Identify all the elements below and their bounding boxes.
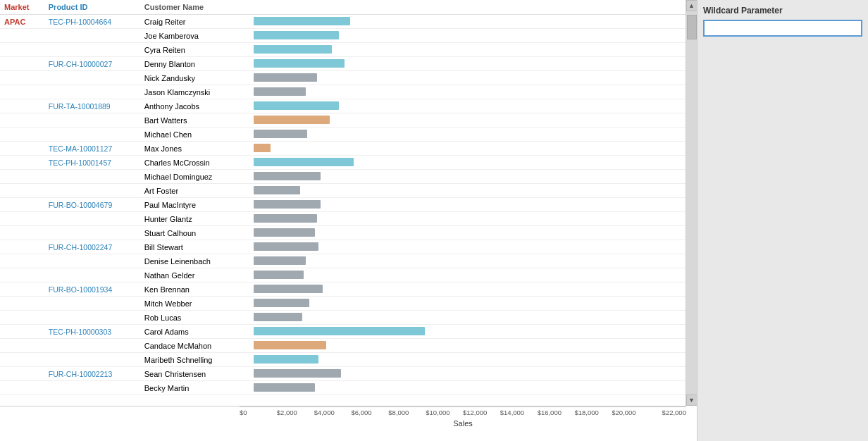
cell-customer: Denise Leinenbach xyxy=(140,254,251,268)
cell-product-id xyxy=(44,43,140,57)
table-row: Rob Lucas xyxy=(0,311,686,325)
axis-label: Sales xyxy=(240,419,686,428)
bar xyxy=(254,369,341,378)
cell-market xyxy=(0,212,44,226)
cell-bar xyxy=(251,226,686,240)
axis-container: $0$2,000$4,000$6,000$8,000$10,000$12,000… xyxy=(0,406,686,441)
cell-product-id: TEC-MA-10001127 xyxy=(44,142,140,156)
bar xyxy=(254,158,354,166)
cell-market xyxy=(0,297,44,311)
scroll-down-button[interactable]: ▼ xyxy=(686,395,698,406)
wildcard-title: Wildcard Parameter xyxy=(703,6,862,15)
cell-bar xyxy=(251,297,686,311)
cell-market xyxy=(0,113,44,128)
cell-market xyxy=(0,311,44,325)
cell-market xyxy=(0,170,44,184)
wildcard-input[interactable] xyxy=(703,20,862,37)
cell-product-id xyxy=(44,353,140,367)
cell-customer: Max Jones xyxy=(140,142,251,156)
cell-bar xyxy=(251,381,686,395)
cell-bar xyxy=(251,311,686,325)
bar xyxy=(254,383,315,392)
cell-market xyxy=(0,99,44,113)
cell-product-id: FUR-BO-10004679 xyxy=(44,198,140,212)
bar xyxy=(254,116,330,124)
axis-tick: $0 xyxy=(240,409,277,416)
cell-market xyxy=(0,226,44,240)
table-row: FUR-CH-10000027Denny Blanton xyxy=(0,57,686,71)
cell-customer: Joe Kamberova xyxy=(140,29,251,43)
bar xyxy=(254,45,332,54)
cell-market xyxy=(0,71,44,85)
table-row: Stuart Calhoun xyxy=(0,226,686,240)
bar xyxy=(254,31,339,39)
cell-product-id: FUR-CH-10002213 xyxy=(44,367,140,381)
cell-product-id xyxy=(44,113,140,128)
cell-bar xyxy=(251,184,686,198)
axis-tick: $2,000 xyxy=(277,409,314,416)
axis-tick: $22,000 xyxy=(649,409,686,416)
cell-product-id xyxy=(44,128,140,142)
cell-market xyxy=(0,184,44,198)
cell-customer: Bart Watters xyxy=(140,113,251,128)
bar xyxy=(254,285,323,293)
table-row: APACTEC-PH-10004664Craig Reiter xyxy=(0,15,686,29)
table-row: TEC-PH-10000303Carol Adams xyxy=(0,325,686,339)
cell-market xyxy=(0,353,44,367)
table-row: FUR-TA-10001889Anthony Jacobs xyxy=(0,99,686,113)
table-row: FUR-BO-10001934Ken Brennan xyxy=(0,282,686,297)
cell-customer: Candace McMahon xyxy=(140,339,251,353)
cell-bar xyxy=(251,240,686,254)
col-header-product: Product ID xyxy=(44,0,140,15)
axis-tick: $18,000 xyxy=(574,409,612,416)
cell-customer: Stuart Calhoun xyxy=(140,226,251,240)
cell-product-id: FUR-TA-10001889 xyxy=(44,99,140,113)
cell-bar xyxy=(251,282,686,297)
table-row: Joe Kamberova xyxy=(0,29,686,43)
table-row: FUR-CH-10002247Bill Stewart xyxy=(0,240,686,254)
bar xyxy=(254,242,318,251)
bar xyxy=(254,101,339,110)
cell-product-id: TEC-PH-10001457 xyxy=(44,156,140,170)
bar xyxy=(254,256,306,265)
bar xyxy=(254,17,350,25)
cell-product-id: TEC-PH-10004664 xyxy=(44,15,140,29)
cell-market xyxy=(0,198,44,212)
bar xyxy=(254,172,321,180)
cell-bar xyxy=(251,325,686,339)
cell-customer: Art Foster xyxy=(140,184,251,198)
cell-bar xyxy=(251,212,686,226)
cell-market xyxy=(0,43,44,57)
scroll-up-button[interactable]: ▲ xyxy=(686,0,698,11)
table-row: Jason Klamczynski xyxy=(0,85,686,99)
bar xyxy=(254,299,309,307)
table-row: Cyra Reiten xyxy=(0,43,686,57)
bar xyxy=(254,130,307,138)
cell-market xyxy=(0,29,44,43)
cell-customer: Becky Martin xyxy=(140,381,251,395)
cell-bar xyxy=(251,57,686,71)
cell-bar xyxy=(251,99,686,113)
table-row: Hunter Glantz xyxy=(0,212,686,226)
bar xyxy=(254,200,321,209)
cell-customer: Ken Brennan xyxy=(140,282,251,297)
cell-bar xyxy=(251,15,686,29)
table-row: Art Foster xyxy=(0,184,686,198)
cell-product-id xyxy=(44,170,140,184)
cell-bar xyxy=(251,128,686,142)
cell-product-id xyxy=(44,381,140,395)
cell-product-id xyxy=(44,339,140,353)
cell-product-id xyxy=(44,297,140,311)
cell-customer: Sean Christensen xyxy=(140,367,251,381)
table-row: Mitch Webber xyxy=(0,297,686,311)
bar xyxy=(254,327,425,335)
scroll-thumb[interactable] xyxy=(687,15,697,39)
cell-market xyxy=(0,156,44,170)
cell-product-id: FUR-BO-10001934 xyxy=(44,282,140,297)
cell-product-id xyxy=(44,85,140,99)
cell-product-id xyxy=(44,311,140,325)
cell-customer: Rob Lucas xyxy=(140,311,251,325)
axis-tick: $14,000 xyxy=(500,409,538,416)
axis-tick: $8,000 xyxy=(388,409,426,416)
cell-product-id: TEC-PH-10000303 xyxy=(44,325,140,339)
